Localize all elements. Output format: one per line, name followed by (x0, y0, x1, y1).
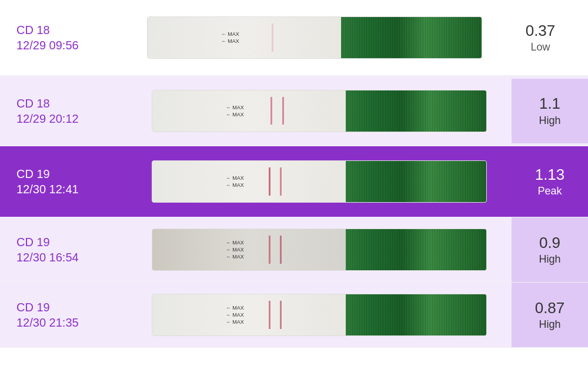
test-line-3b (280, 167, 282, 196)
score-value-3: 1.13 (535, 166, 565, 184)
strip-green-3 (346, 161, 486, 202)
score-value-1: 0.37 (526, 22, 556, 40)
cd-label-1: CD 18 (16, 22, 120, 38)
strip-cell-5: MAX MAX MAX (127, 294, 512, 336)
cd-label-5: CD 19 (16, 300, 120, 315)
test-strip-4: MAX MAX MAX (152, 229, 487, 271)
strip-green-4 (346, 229, 486, 270)
test-strip-2: MAX MAX (152, 90, 487, 132)
test-row-2: CD 18 12/29 20:12 MAX MAX 1.1 Hi (0, 76, 588, 146)
strip-green-texture-5 (346, 294, 486, 335)
score-cell-1: 0.37 Low (502, 8, 579, 67)
strip-green-2 (346, 90, 486, 132)
max-labels-3: MAX MAX (226, 175, 244, 188)
test-strip-1: MAX MAX (147, 16, 482, 59)
max-labels-4: MAX MAX MAX (226, 240, 244, 260)
test-line-1a (272, 23, 273, 52)
test-line-2b (282, 97, 284, 125)
strip-white-area-5: MAX MAX MAX (152, 294, 346, 335)
test-row-5: CD 19 12/30 21:35 MAX MAX MAX (0, 283, 588, 348)
strip-cell-3: MAX MAX (127, 160, 512, 203)
datetime-label-2: 12/29 20:12 (16, 111, 120, 126)
strip-green-5 (346, 294, 486, 335)
score-cell-4: 0.9 High (512, 217, 588, 282)
score-status-1: Low (530, 41, 550, 53)
date-cell-1: CD 18 12/29 09:56 (9, 18, 127, 58)
score-value-4: 0.9 (539, 234, 560, 252)
test-row-3: CD 19 12/30 12:41 MAX MAX 1.13 P (0, 146, 588, 217)
max-label-top-5: MAX (226, 305, 244, 311)
score-cell-2: 1.1 High (512, 79, 588, 143)
strip-white-area-1: MAX MAX (148, 17, 341, 58)
strip-white-area-2: MAX MAX (152, 90, 346, 132)
score-status-5: High (539, 318, 560, 331)
score-status-3: Peak (537, 185, 562, 197)
strip-white-area-3: MAX MAX (152, 161, 346, 202)
strip-cell-2: MAX MAX (127, 90, 512, 132)
max-label-bottom-1: MAX (221, 38, 239, 44)
strip-green-texture-3 (346, 161, 486, 202)
strip-cell-4: MAX MAX MAX (127, 229, 512, 271)
datetime-label-5: 12/30 21:35 (16, 315, 120, 330)
score-status-4: High (539, 253, 560, 266)
score-cell-5: 0.87 High (512, 283, 588, 347)
score-cell-3: 1.13 Peak (512, 146, 588, 217)
test-row-4: CD 19 12/30 16:54 MAX MAX MAX (0, 217, 588, 283)
test-line-2a (270, 97, 272, 125)
datetime-label-1: 12/29 09:56 (16, 38, 120, 53)
test-line-5a (269, 301, 270, 329)
date-cell-3: CD 19 12/30 12:41 (9, 162, 127, 202)
cd-label-2: CD 18 (16, 96, 120, 111)
max-labels-2: MAX MAX (226, 105, 244, 117)
datetime-label-4: 12/30 16:54 (16, 250, 120, 265)
max-label-bottom-3: MAX (226, 182, 244, 188)
score-status-2: High (539, 115, 560, 127)
max-label-top-2: MAX (226, 105, 244, 110)
max-label-top-1: MAX (221, 31, 239, 37)
test-strip-3: MAX MAX (152, 160, 487, 203)
max-labels-5: MAX MAX MAX (226, 305, 244, 325)
strip-green-texture-1 (341, 17, 482, 58)
strip-cell-1: MAX MAX (127, 16, 502, 59)
cd-label-4: CD 19 (16, 234, 120, 250)
strip-white-area-4: MAX MAX MAX (152, 229, 346, 270)
test-row-1: CD 18 12/29 09:56 MAX MAX 0.37 Low (0, 0, 588, 76)
test-line-3a (269, 167, 270, 196)
score-value-2: 1.1 (539, 95, 560, 113)
score-value-5: 0.87 (535, 299, 565, 317)
strip-green-1 (341, 17, 482, 58)
max-label-extra-5: MAX (226, 319, 244, 325)
date-cell-5: CD 19 12/30 21:35 (9, 295, 127, 335)
date-cell-4: CD 19 12/30 16:54 (9, 230, 127, 270)
main-container: CD 18 12/29 09:56 MAX MAX 0.37 Low (0, 0, 588, 348)
max-label-bottom-5: MAX (226, 312, 244, 318)
max-label-extra-4: MAX (226, 254, 244, 260)
test-strip-5: MAX MAX MAX (152, 294, 487, 336)
max-labels-1: MAX MAX (221, 31, 239, 44)
cd-label-3: CD 19 (16, 166, 120, 182)
strip-green-texture-2 (346, 90, 486, 132)
date-cell-2: CD 18 12/29 20:12 (9, 91, 127, 131)
test-line-5b (280, 301, 282, 329)
max-label-top-4: MAX (226, 240, 244, 246)
datetime-label-3: 12/30 12:41 (16, 182, 120, 197)
max-label-top-3: MAX (226, 175, 244, 181)
max-label-bottom-4: MAX (226, 247, 244, 253)
test-line-4b (280, 236, 282, 264)
max-label-bottom-2: MAX (226, 112, 244, 117)
strip-green-texture-4 (346, 229, 486, 270)
test-line-4a (269, 236, 270, 264)
